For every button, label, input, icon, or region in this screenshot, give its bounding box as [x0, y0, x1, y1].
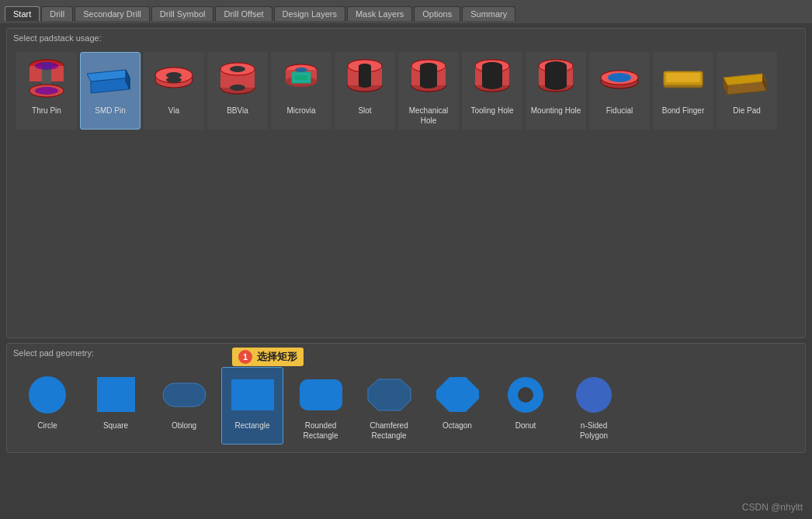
tooltip-badge: 1: [238, 350, 252, 364]
geo-shape-donut: [498, 371, 553, 417]
geometry-label: Select pad geometry:: [13, 348, 799, 358]
geo-item-nsided-polygon[interactable]: n-Sided Polygon: [563, 367, 625, 445]
geo-label-circle: Circle: [37, 420, 57, 431]
svg-rect-62: [300, 379, 342, 410]
svg-point-23: [295, 67, 307, 72]
svg-marker-63: [368, 379, 411, 410]
svg-point-41: [482, 81, 502, 89]
pad-item-bond-finger[interactable]: Bond Finger: [653, 52, 713, 130]
tab-options[interactable]: Options: [414, 6, 460, 21]
tab-mask-layers[interactable]: Mask Layers: [347, 6, 412, 21]
pad-label-mechanical-hole: Mechanical Hole: [402, 106, 455, 126]
geo-item-octagon[interactable]: Octagon: [426, 367, 488, 445]
pad-icon-smd-pin: [82, 56, 138, 102]
geo-shape-rectangle: [225, 371, 279, 417]
pad-label-thru-pin: Thru Pin: [32, 106, 61, 116]
pad-label-bond-finger: Bond Finger: [662, 106, 704, 116]
pad-icon-bbvia: [210, 56, 265, 102]
pad-label-mounting-hole: Mounting Hole: [531, 106, 581, 116]
pad-item-microvia[interactable]: Microvia: [271, 52, 331, 130]
geo-item-square[interactable]: Square: [85, 367, 147, 445]
svg-rect-53: [666, 73, 700, 82]
pad-item-thru-pin[interactable]: Thru Pin: [16, 52, 77, 130]
pad-icon-slot: [337, 56, 393, 102]
svg-rect-28: [359, 66, 371, 85]
geo-label-rectangle: Rectangle: [234, 420, 269, 431]
pad-icon-fiducial: [592, 56, 647, 102]
pad-label-tooling-hole: Tooling Hole: [470, 106, 513, 116]
pad-item-mounting-hole[interactable]: Mounting Hole: [526, 52, 586, 130]
svg-point-50: [608, 73, 631, 82]
pad-label-bbvia: BBVia: [227, 106, 248, 116]
pad-label-die-pad: Die Pad: [733, 106, 761, 116]
geo-label-oblong: Oblong: [172, 420, 196, 431]
pad-item-die-pad[interactable]: Die Pad: [717, 52, 777, 130]
svg-rect-59: [97, 377, 135, 412]
padstack-label: Select padstack usage:: [13, 33, 799, 43]
padstack-panel: Select padstack usage:: [6, 28, 806, 338]
geo-item-oblong[interactable]: Oblong: [153, 367, 215, 445]
geo-label-rounded-rectangle: Rounded Rectangle: [293, 420, 348, 441]
geometry-panel: Select pad geometry: 1 选择矩形 Circle: [6, 343, 806, 453]
geo-label-chamfered-rectangle: Chamfered Rectangle: [362, 420, 416, 441]
tab-drill-symbol[interactable]: Drill Symbol: [151, 6, 214, 21]
geometry-grid: Circle Square Oblong: [13, 364, 799, 448]
pad-label-microvia: Microvia: [286, 106, 315, 116]
pad-label-slot: Slot: [358, 106, 371, 116]
main-content: Select padstack usage:: [0, 23, 812, 458]
geo-item-chamfered-rectangle[interactable]: Chamfered Rectangle: [358, 367, 420, 445]
svg-point-4: [35, 62, 58, 70]
pad-icon-mechanical-hole: [401, 56, 456, 102]
geo-label-nsided-polygon: n-Sided Polygon: [567, 420, 621, 441]
geo-shape-chamfered-rectangle: [362, 371, 416, 417]
tooltip: 1 选择矩形: [232, 348, 304, 366]
svg-point-58: [29, 376, 66, 413]
geo-label-octagon: Octagon: [442, 420, 472, 431]
pad-item-fiducial[interactable]: Fiducial: [589, 52, 650, 130]
pad-item-tooling-hole[interactable]: Tooling Hole: [462, 52, 522, 130]
pad-icon-die-pad: [719, 56, 775, 102]
tooltip-text: 选择矩形: [257, 350, 297, 364]
tab-design-layers[interactable]: Design Layers: [274, 6, 345, 21]
svg-point-17: [230, 85, 245, 91]
geo-item-rounded-rectangle[interactable]: Rounded Rectangle: [290, 367, 352, 445]
pad-icon-via: [146, 56, 202, 102]
svg-point-35: [420, 82, 437, 88]
geo-item-donut[interactable]: Donut: [494, 367, 557, 445]
pad-label-fiducial: Fiducial: [606, 106, 633, 116]
geo-item-rectangle[interactable]: Rectangle: [221, 367, 283, 445]
svg-point-67: [576, 377, 612, 413]
tab-bar: Start Drill Secondary Drill Drill Symbol…: [0, 0, 812, 23]
geo-shape-oblong: [157, 371, 211, 417]
tab-secondary-drill[interactable]: Secondary Drill: [75, 6, 150, 21]
geo-label-square: Square: [103, 420, 128, 431]
geo-shape-nsided-polygon: [567, 371, 621, 417]
pad-item-mechanical-hole[interactable]: Mechanical Hole: [398, 52, 459, 130]
svg-point-16: [230, 66, 245, 72]
geo-shape-octagon: [430, 371, 484, 417]
svg-point-5: [35, 87, 58, 95]
pad-icon-bond-finger: [655, 56, 711, 102]
pad-item-smd-pin[interactable]: SMD Pin: [80, 52, 141, 130]
geo-shape-circle: [20, 371, 75, 417]
pad-icon-mounting-hole: [528, 56, 584, 102]
pad-item-bbvia[interactable]: BBVia: [207, 52, 268, 130]
tab-start[interactable]: Start: [5, 6, 40, 21]
svg-point-29: [359, 83, 371, 88]
geo-shape-square: [88, 371, 143, 417]
tab-summary[interactable]: Summary: [462, 6, 515, 21]
geo-label-donut: Donut: [515, 420, 536, 431]
watermark: CSDN @nhyltt: [742, 502, 803, 513]
svg-marker-64: [436, 377, 479, 412]
geo-item-circle[interactable]: Circle: [16, 367, 78, 445]
svg-point-66: [518, 387, 533, 403]
pad-item-via[interactable]: Via: [144, 52, 204, 130]
pad-icon-tooling-hole: [464, 56, 520, 102]
svg-rect-61: [231, 379, 274, 410]
tab-drill-offset[interactable]: Drill Offset: [215, 6, 272, 21]
geo-shape-rounded-rectangle: [293, 371, 348, 417]
padstack-grid: Thru Pin SMD Pin: [13, 49, 799, 133]
svg-point-47: [545, 81, 567, 90]
tab-drill[interactable]: Drill: [41, 6, 73, 21]
pad-item-slot[interactable]: Slot: [335, 52, 395, 130]
